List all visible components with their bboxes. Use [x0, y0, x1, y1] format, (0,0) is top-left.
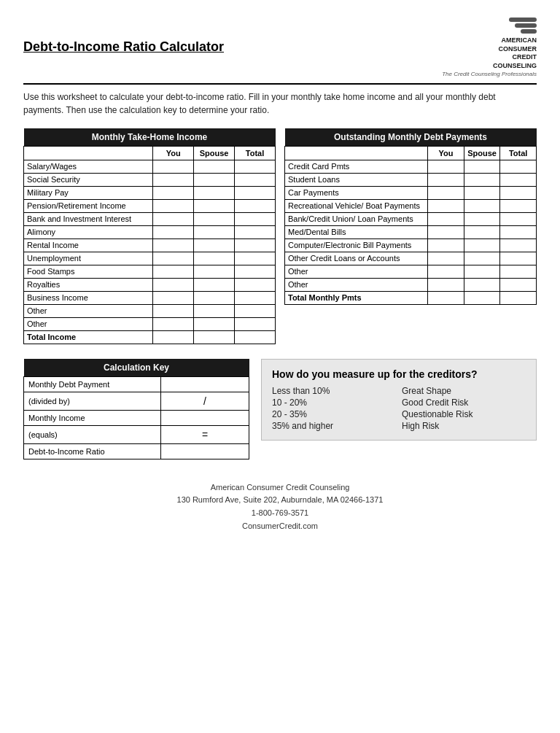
debt-row-cell[interactable]: [428, 238, 464, 252]
income-row-cell[interactable]: [153, 238, 194, 252]
debt-row-cell[interactable]: [500, 278, 537, 291]
debt-row-cell[interactable]: [428, 173, 464, 186]
income-row-cell[interactable]: [194, 317, 235, 330]
debt-row-cell[interactable]: [500, 225, 537, 238]
debt-total-row: Total Monthly Pmts: [285, 291, 537, 304]
income-row-cell[interactable]: [235, 317, 276, 330]
debt-row-cell[interactable]: [500, 252, 537, 265]
debt-row-cell[interactable]: [428, 186, 464, 199]
debt-row-label: Recreational Vehicle/ Boat Payments: [285, 199, 428, 212]
calc-key-row-symbol[interactable]: [160, 376, 249, 392]
debt-row-label: Car Payments: [285, 186, 428, 199]
calc-key-row: Monthly Debt Payment: [24, 376, 249, 392]
debt-row-cell[interactable]: [428, 212, 464, 225]
income-row-cell[interactable]: [194, 160, 235, 173]
income-row-cell[interactable]: [235, 238, 276, 252]
footer-line3: 1-800-769-3571: [23, 507, 537, 520]
income-row-cell[interactable]: [235, 252, 276, 265]
debt-row-cell[interactable]: [428, 199, 464, 212]
income-row-cell[interactable]: [153, 278, 194, 291]
debt-row-cell[interactable]: [500, 160, 537, 173]
debt-row-cell[interactable]: [464, 265, 500, 278]
calc-key-row-symbol[interactable]: [160, 443, 249, 459]
income-row-cell[interactable]: [153, 160, 194, 173]
income-row: Royalties: [24, 278, 276, 291]
income-row-label: Other: [24, 317, 153, 330]
income-row-cell[interactable]: [235, 160, 276, 173]
calc-key-row-label: (divided by): [24, 392, 161, 410]
logo-text: AMERICAN CONSUMER CREDIT COUNSELING: [442, 36, 537, 71]
income-row-cell[interactable]: [153, 173, 194, 186]
income-row-cell[interactable]: [153, 252, 194, 265]
income-col-total: Total: [235, 146, 276, 160]
calc-key-row-symbol[interactable]: [160, 410, 249, 425]
income-row-cell[interactable]: [194, 173, 235, 186]
income-row-cell[interactable]: [194, 238, 235, 252]
debt-row-cell[interactable]: [464, 173, 500, 186]
header: Debt-to-Income Ratio Calculator AMERICAN…: [23, 18, 537, 77]
debt-row-cell[interactable]: [464, 225, 500, 238]
income-row-label: Royalties: [24, 278, 153, 291]
income-row-cell[interactable]: [153, 265, 194, 278]
income-row-cell[interactable]: [153, 304, 194, 317]
income-row-cell[interactable]: [235, 212, 276, 225]
debt-row-cell[interactable]: [464, 252, 500, 265]
income-row-cell[interactable]: [153, 186, 194, 199]
income-row: Business Income: [24, 291, 276, 304]
income-row-cell[interactable]: [153, 225, 194, 238]
debt-row-cell[interactable]: [464, 160, 500, 173]
income-row-cell[interactable]: [235, 278, 276, 291]
income-row-cell[interactable]: [194, 186, 235, 199]
debt-row-cell[interactable]: [464, 199, 500, 212]
debt-row-cell[interactable]: [464, 238, 500, 252]
debt-row-cell[interactable]: [500, 173, 537, 186]
income-total-cell[interactable]: [235, 330, 276, 344]
footer-line4: ConsumerCredit.com: [23, 520, 537, 533]
income-row: Unemployment: [24, 252, 276, 265]
debt-row-cell[interactable]: [500, 199, 537, 212]
income-row-cell[interactable]: [194, 304, 235, 317]
income-row-cell[interactable]: [153, 291, 194, 304]
debt-row-cell[interactable]: [500, 238, 537, 252]
tables-row: Monthly Take-Home Income You Spouse Tota…: [23, 128, 537, 344]
income-row-cell[interactable]: [235, 304, 276, 317]
debt-row-cell[interactable]: [500, 265, 537, 278]
income-row-cell[interactable]: [194, 252, 235, 265]
calc-key-row: Monthly Income: [24, 410, 249, 425]
logo-area: AMERICAN CONSUMER CREDIT COUNSELING The …: [442, 18, 537, 77]
income-row-cell[interactable]: [153, 212, 194, 225]
income-row-cell[interactable]: [194, 212, 235, 225]
debt-row-cell[interactable]: [428, 278, 464, 291]
debt-row-cell[interactable]: [464, 278, 500, 291]
debt-total-cell[interactable]: [500, 291, 537, 304]
debt-row-cell[interactable]: [428, 225, 464, 238]
income-total-cell[interactable]: [194, 330, 235, 344]
income-row-cell[interactable]: [235, 173, 276, 186]
income-row: Military Pay: [24, 186, 276, 199]
debt-row: Other: [285, 265, 537, 278]
debt-row-cell[interactable]: [428, 160, 464, 173]
income-row-cell[interactable]: [194, 265, 235, 278]
debt-row-cell[interactable]: [500, 186, 537, 199]
income-row-cell[interactable]: [235, 199, 276, 212]
debt-row-cell[interactable]: [464, 186, 500, 199]
debt-table: Outstanding Monthly Debt Payments You Sp…: [284, 128, 537, 305]
income-row-cell[interactable]: [235, 291, 276, 304]
debt-row-cell[interactable]: [428, 265, 464, 278]
income-row-cell[interactable]: [194, 199, 235, 212]
income-row-cell[interactable]: [153, 317, 194, 330]
income-row-cell[interactable]: [153, 199, 194, 212]
income-row-cell[interactable]: [194, 278, 235, 291]
income-total-cell[interactable]: [153, 330, 194, 344]
debt-row-cell[interactable]: [500, 212, 537, 225]
measure-range: 35% and higher: [272, 421, 396, 431]
debt-row-cell[interactable]: [428, 252, 464, 265]
income-row-cell[interactable]: [235, 186, 276, 199]
income-row-cell[interactable]: [194, 225, 235, 238]
income-row-cell[interactable]: [235, 225, 276, 238]
debt-total-cell[interactable]: [428, 291, 464, 304]
income-row-cell[interactable]: [235, 265, 276, 278]
debt-total-cell[interactable]: [464, 291, 500, 304]
income-row-cell[interactable]: [194, 291, 235, 304]
debt-row-cell[interactable]: [464, 212, 500, 225]
